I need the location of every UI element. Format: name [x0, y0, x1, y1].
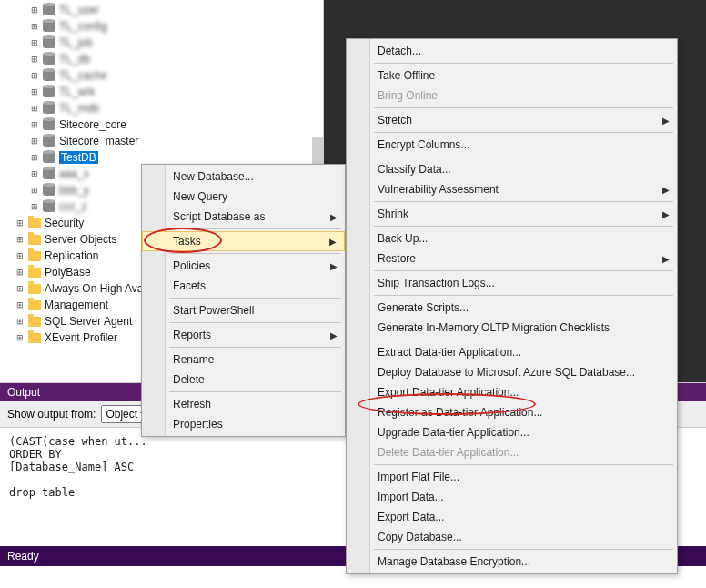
menu-item[interactable]: Shrink▶ — [347, 204, 677, 224]
menu-item[interactable]: Extract Data-tier Application... — [347, 342, 677, 362]
menu-item[interactable]: Upgrade Data-tier Application... — [347, 422, 677, 442]
menu-item[interactable]: Export Data-tier Application... — [347, 382, 677, 402]
database-icon — [42, 199, 56, 214]
tree-item-label: ccc_z — [59, 200, 87, 213]
tree-item[interactable]: ⊞Sitecore_master — [5, 133, 323, 149]
status-text: Ready — [7, 550, 39, 563]
menu-separator — [169, 322, 341, 323]
menu-separator — [374, 226, 673, 227]
folder-icon — [27, 298, 42, 312]
menu-item[interactable]: Ship Transaction Logs... — [347, 273, 677, 293]
tree-item[interactable]: ⊞TL_cache — [5, 67, 323, 84]
tree-item[interactable]: ⊞TL_wrk — [5, 84, 323, 100]
menu-item[interactable]: Import Data... — [347, 487, 677, 507]
menu-item[interactable]: Register as Data-tier Application... — [347, 402, 677, 422]
menu-item[interactable]: Generate In-Memory OLTP Migration Checkl… — [347, 318, 677, 338]
expand-icon[interactable]: ⊞ — [15, 299, 25, 310]
expand-icon[interactable]: ⊞ — [29, 103, 40, 114]
menu-item[interactable]: Manage Database Encryption... — [347, 552, 677, 572]
menu-separator — [169, 298, 341, 299]
menu-item[interactable]: Properties — [142, 414, 345, 434]
folder-icon — [27, 314, 42, 329]
menu-item[interactable]: Export Data... — [347, 507, 677, 527]
tree-item[interactable]: ⊞TL_job — [5, 35, 323, 51]
tree-item[interactable]: ⊞TL_user — [5, 2, 323, 18]
menu-separator — [374, 201, 673, 202]
menu-item[interactable]: Stretch▶ — [347, 110, 677, 130]
menu-item[interactable]: Detach... — [347, 41, 677, 61]
submenu-arrow-icon: ▶ — [330, 261, 338, 271]
menu-item[interactable]: Vulnerability Assessment▶ — [347, 179, 677, 199]
submenu-arrow-icon: ▶ — [662, 116, 670, 126]
tree-item-label: TL_wrk — [59, 86, 95, 98]
tree-item-label: TL_cache — [59, 69, 107, 82]
folder-icon — [27, 265, 42, 279]
tree-item-label: Management — [45, 299, 108, 311]
menu-item[interactable]: Back Up... — [347, 228, 677, 248]
menu-item[interactable]: Take Offline — [347, 66, 677, 86]
tree-item[interactable]: ⊞TL_mdb — [5, 100, 323, 117]
menu-item[interactable]: Generate Scripts... — [347, 298, 677, 318]
menu-item[interactable]: Facets — [142, 276, 345, 296]
expand-icon[interactable]: ⊞ — [29, 86, 40, 97]
tree-item-label: SQL Server Agent — [45, 315, 132, 328]
tree-item-label: aaa_x — [59, 167, 89, 180]
tree-item[interactable]: ⊞Sitecore_core — [5, 117, 323, 133]
expand-icon[interactable]: ⊞ — [29, 54, 40, 65]
menu-item[interactable]: Encrypt Columns... — [347, 135, 677, 155]
tree-item-label: PolyBase — [45, 266, 91, 279]
tree-item-label: TL_user — [59, 4, 99, 16]
tree-item-label: Replication — [45, 249, 98, 262]
database-context-menu[interactable]: New Database...New QueryScript Database … — [141, 164, 346, 437]
expand-icon[interactable]: ⊞ — [29, 168, 40, 179]
menu-item[interactable]: Policies▶ — [142, 256, 345, 276]
submenu-arrow-icon: ▶ — [330, 330, 338, 340]
expand-icon[interactable]: ⊞ — [15, 250, 25, 261]
expand-icon[interactable]: ⊞ — [29, 201, 40, 212]
menu-item[interactable]: Start PowerShell — [142, 300, 345, 320]
menu-item[interactable]: Copy Database... — [347, 527, 677, 547]
menu-separator — [374, 107, 673, 108]
menu-item[interactable]: Rename — [142, 350, 345, 370]
menu-item[interactable]: New Query — [142, 187, 345, 207]
menu-item: Delete Data-tier Application... — [347, 442, 677, 462]
tree-item-label: TL_db — [59, 53, 90, 66]
menu-item[interactable]: Deploy Database to Microsoft Azure SQL D… — [347, 362, 677, 382]
expand-icon[interactable]: ⊞ — [29, 119, 40, 130]
expand-icon[interactable]: ⊞ — [15, 332, 25, 343]
expand-icon[interactable]: ⊞ — [29, 21, 40, 32]
expand-icon[interactable]: ⊞ — [29, 37, 40, 48]
menu-separator — [374, 270, 673, 271]
menu-item[interactable]: Delete — [142, 370, 345, 390]
menu-separator — [374, 132, 673, 133]
folder-icon — [27, 281, 42, 296]
expand-icon[interactable]: ⊞ — [15, 267, 25, 278]
database-icon — [42, 167, 56, 181]
tree-item-label: Sitecore_master — [59, 135, 138, 147]
expand-icon[interactable]: ⊞ — [15, 283, 25, 294]
expand-icon[interactable]: ⊞ — [15, 234, 25, 245]
expand-icon[interactable]: ⊞ — [29, 5, 40, 15]
expand-icon[interactable]: ⊞ — [15, 316, 25, 327]
menu-item[interactable]: Script Database as▶ — [142, 207, 345, 227]
menu-item[interactable]: Classify Data... — [347, 159, 677, 179]
menu-item[interactable]: Tasks▶ — [142, 231, 345, 251]
menu-item[interactable]: Refresh — [142, 394, 345, 414]
menu-item[interactable]: Reports▶ — [142, 325, 345, 345]
expand-icon[interactable]: ⊞ — [29, 70, 40, 81]
folder-icon — [27, 232, 42, 247]
tree-item[interactable]: ⊞TL_db — [5, 51, 323, 67]
expand-icon[interactable]: ⊞ — [29, 136, 40, 147]
menu-item[interactable]: Import Flat File... — [347, 467, 677, 487]
folder-icon — [27, 330, 42, 345]
tasks-submenu[interactable]: Detach...Take OfflineBring OnlineStretch… — [346, 38, 678, 574]
database-icon — [42, 117, 56, 132]
expand-icon[interactable]: ⊞ — [29, 185, 40, 196]
menu-item[interactable]: New Database... — [142, 167, 345, 187]
tree-item-label: Server Objects — [45, 233, 116, 246]
tree-item[interactable]: ⊞TL_config — [5, 18, 323, 35]
menu-item[interactable]: Restore▶ — [347, 248, 677, 269]
menu-separator — [169, 391, 341, 392]
expand-icon[interactable]: ⊞ — [29, 152, 40, 163]
expand-icon[interactable]: ⊞ — [15, 218, 25, 228]
